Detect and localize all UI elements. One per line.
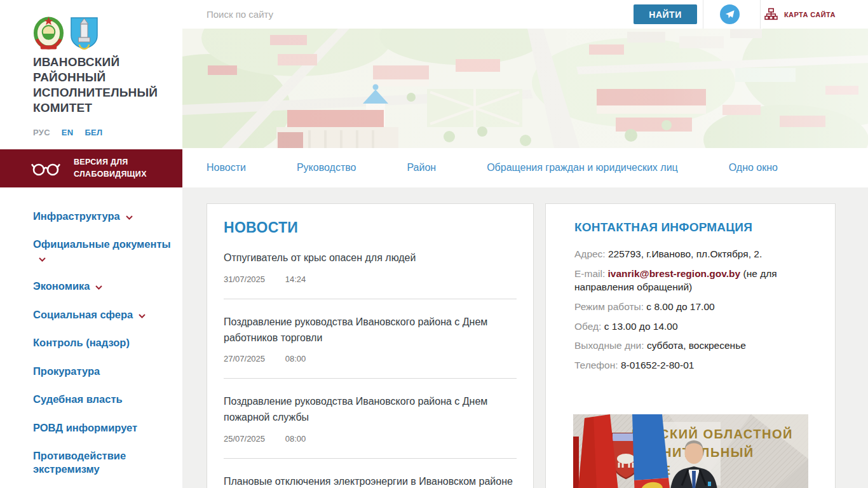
news-item-link[interactable]: Отпугиватель от крыс опасен для людей: [224, 250, 517, 266]
sidebar-menu: Инфраструктура Официальные документы Эко…: [33, 210, 173, 488]
sidebar-item-label: Противодействие экстремизму: [33, 450, 126, 475]
search-input[interactable]: [182, 0, 630, 29]
contact-address: Адрес: 225793, г.Иваново, пл.Октября, 2.: [574, 247, 818, 261]
news-date: 27/07/2025: [224, 354, 265, 363]
org-title: ИВАНОВСКИЙ РАЙОННЫЙ ИСПОЛНИТЕЛЬНЫЙ КОМИТ…: [33, 55, 173, 116]
news-item: Поздравление руководства Ивановского рай…: [224, 394, 517, 444]
news-time: 08:00: [285, 434, 306, 444]
contact-label: Выходные дни:: [574, 340, 644, 351]
news-time: 08:00: [285, 354, 306, 363]
glasses-icon: [31, 161, 61, 176]
hero-town-illustration: [182, 29, 868, 148]
nav-item-district[interactable]: Район: [407, 162, 436, 173]
divider: [760, 0, 761, 29]
divider: [224, 458, 517, 459]
contact-hours: Режим работы: с 8.00 до 17.00: [574, 300, 818, 314]
news-item: Поздравление руководства Ивановского рай…: [224, 315, 517, 364]
page: НАЙТИ КАРТА САЙТА: [0, 0, 868, 488]
sitemap-icon: [764, 8, 778, 21]
contact-lunch: Обед: с 13.00 до 14.00: [574, 320, 818, 334]
official-photo-illustration: ЕСТСКИЙ ОБЛАСТНОЙ ПОЛНИТЕЛЬНЫЙ МИТЕ: [573, 414, 808, 488]
contact-label: Режим работы:: [574, 301, 644, 312]
contact-label: Обед:: [574, 321, 601, 332]
divider: [224, 299, 517, 299]
telegram-button[interactable]: [720, 4, 740, 24]
sidebar-item-judiciary[interactable]: Судебная власть: [33, 393, 173, 406]
sidebar-item-prosecutor[interactable]: Прокуратура: [33, 365, 173, 378]
news-item: Отпугиватель от крыс опасен для людей 31…: [224, 250, 517, 284]
contact-panel-title: КОНТАКТНАЯ ИНФОРМАЦИЯ: [574, 220, 818, 234]
sidebar-item-label: Прокуратура: [33, 365, 100, 377]
nav-item-appeals[interactable]: Обращения граждан и юридических лиц: [487, 162, 678, 173]
sidebar-item-label: Инфраструктура: [33, 210, 120, 222]
divider: [224, 378, 517, 379]
lang-bel[interactable]: БЕЛ: [85, 128, 102, 137]
contact-value: суббота, воскресенье: [647, 340, 746, 351]
news-item-link[interactable]: Поздравление руководства Ивановского рай…: [224, 315, 517, 346]
contact-label: E-mail:: [574, 268, 605, 279]
sitemap-label: КАРТА САЙТА: [784, 11, 836, 18]
sidebar-item-label: Официальные документы: [33, 238, 171, 250]
logo-link[interactable]: [33, 17, 98, 50]
chevron-down-icon: [39, 252, 46, 265]
top-bar: НАЙТИ КАРТА САЙТА: [182, 0, 868, 29]
news-item: Плановые отключения электроэнергии в Ива…: [224, 474, 517, 488]
search-button[interactable]: НАЙТИ: [634, 4, 697, 24]
contact-value: 225793, г.Иваново, пл.Октября, 2.: [608, 248, 762, 259]
news-item-date: 27/07/2025 08:00: [224, 354, 517, 363]
main-nav: Новости Руководство Район Обращения граж…: [182, 148, 868, 187]
nav-item-leadership[interactable]: Руководство: [297, 162, 356, 173]
news-item-date: 31/07/2025 14:24: [224, 274, 517, 284]
sidebar: ИВАНОВСКИЙ РАЙОННЫЙ ИСПОЛНИТЕЛЬНЫЙ КОМИТ…: [0, 0, 182, 488]
lang-en[interactable]: EN: [62, 128, 74, 137]
news-date: 31/07/2025: [224, 274, 265, 284]
sidebar-item-rovd[interactable]: РОВД информирует: [33, 421, 173, 435]
divider: [703, 0, 703, 29]
ivanovo-emblem-icon: [70, 17, 98, 50]
sidebar-item-label: РОВД информирует: [33, 422, 137, 433]
sidebar-item-economy[interactable]: Экономика: [33, 280, 173, 293]
lang-rus: РУС: [33, 128, 50, 137]
sidebar-item-label: Судебная власть: [33, 393, 123, 405]
sidebar-item-anti-extremism[interactable]: Противодействие экстремизму: [33, 449, 173, 477]
nav-item-news[interactable]: Новости: [207, 162, 246, 173]
contact-value: с 8.00 до 17.00: [646, 301, 714, 312]
chevron-down-icon: [95, 280, 102, 293]
news-date: 25/07/2025: [224, 434, 265, 444]
sidebar-item-control[interactable]: Контроль (надзор): [33, 336, 173, 349]
news-item-link[interactable]: Поздравление руководства Ивановского рай…: [224, 394, 517, 426]
news-time: 14:24: [285, 274, 306, 284]
accessibility-label: ВЕРСИЯ ДЛЯ СЛАБОВИДЯЩИХ: [74, 156, 153, 181]
sidebar-item-label: Экономика: [33, 280, 90, 292]
contact-weekend: Выходные дни: суббота, воскресенье: [574, 339, 818, 353]
sidebar-item-official-documents[interactable]: Официальные документы: [33, 238, 173, 265]
news-panel-title: НОВОСТИ: [224, 219, 517, 236]
chevron-down-icon: [139, 308, 146, 322]
contact-value: 8-01652-2-80-01: [621, 360, 694, 370]
sitemap-link[interactable]: КАРТА САЙТА: [764, 0, 836, 29]
nav-item-one-window[interactable]: Одно окно: [729, 162, 778, 173]
belarus-emblem-icon: [33, 17, 64, 50]
contact-email: E-mail: ivanrik@brest-region.gov.by (не …: [574, 267, 818, 294]
news-item-link[interactable]: Плановые отключения электроэнергии в Ива…: [224, 474, 517, 488]
news-item-date: 25/07/2025 08:00: [224, 434, 517, 444]
contact-label: Телефон:: [574, 360, 618, 370]
sidebar-item-infrastructure[interactable]: Инфраструктура: [33, 210, 173, 223]
accessibility-version-button[interactable]: ВЕРСИЯ ДЛЯ СЛАБОВИДЯЩИХ: [0, 149, 182, 187]
hero-image: [182, 29, 868, 148]
official-photo[interactable]: ЕСТСКИЙ ОБЛАСТНОЙ ПОЛНИТЕЛЬНЫЙ МИТЕ: [573, 414, 808, 488]
contact-phone: Телефон: 8-01652-2-80-01: [574, 358, 818, 372]
news-panel: НОВОСТИ Отпугиватель от крыс опасен для …: [207, 203, 534, 488]
language-switcher: РУС EN БЕЛ: [33, 128, 111, 137]
sidebar-item-label: Социальная сфера: [33, 309, 133, 320]
sidebar-item-label: Контроль (надзор): [33, 337, 130, 348]
contact-value: с 13.00 до 14.00: [604, 321, 678, 332]
chevron-down-icon: [126, 210, 133, 223]
telegram-icon: [724, 8, 736, 20]
contact-label: Адрес:: [574, 248, 606, 259]
email-link[interactable]: ivanrik@brest-region.gov.by: [608, 268, 741, 279]
sidebar-item-social-sphere[interactable]: Социальная сфера: [33, 308, 173, 322]
